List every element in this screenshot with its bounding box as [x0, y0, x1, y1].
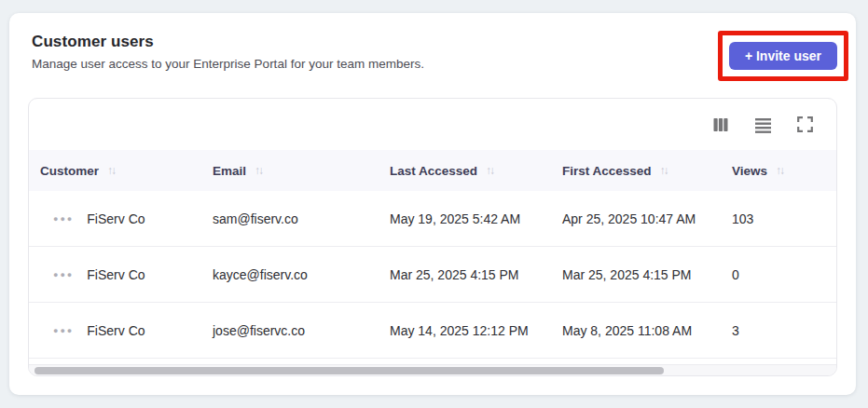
scrollbar-thumb[interactable]	[34, 367, 664, 374]
row-menu-icon[interactable]: ●●●	[53, 269, 74, 279]
page-title: Customer users	[32, 33, 834, 51]
fullscreen-icon[interactable]	[795, 116, 814, 134]
density-icon[interactable]	[753, 116, 772, 134]
cell-views: 3	[721, 323, 836, 338]
table-toolbar	[29, 99, 836, 150]
cell-last-accessed: Mar 25, 2025 4:15 PM	[379, 267, 551, 282]
table-row: ●●● FiServ Co kayce@fiserv.co Mar 25, 20…	[29, 247, 836, 303]
sort-icon[interactable]: ↑↓	[486, 164, 493, 177]
row-menu-icon[interactable]: ●●●	[53, 325, 74, 335]
cell-last-accessed: May 19, 2025 5:42 AM	[379, 211, 551, 226]
table-header-row: Customer ↑↓ Email ↑↓ Last Accessed ↑↓ Fi…	[29, 150, 836, 191]
users-table-card: Customer ↑↓ Email ↑↓ Last Accessed ↑↓ Fi…	[28, 98, 837, 376]
cell-first-accessed: May 8, 2025 11:08 AM	[551, 323, 721, 338]
cell-customer: ●●● FiServ Co	[29, 211, 201, 226]
cell-last-accessed: May 14, 2025 12:12 PM	[379, 323, 551, 338]
column-label: First Accessed	[562, 164, 652, 178]
table-row: ●●● FiServ Co jose@fiservc.co May 14, 20…	[29, 303, 836, 359]
cell-views: 103	[721, 211, 836, 226]
customer-name: FiServ Co	[87, 267, 145, 282]
column-label: Customer	[40, 164, 99, 178]
content-card: Customer users Manage user access to you…	[9, 13, 856, 395]
table-row: ●●● FiServ Co sam@fiserv.co May 19, 2025…	[29, 191, 836, 247]
column-header-first-accessed[interactable]: First Accessed ↑↓	[551, 164, 721, 178]
column-header-last-accessed[interactable]: Last Accessed ↑↓	[379, 164, 551, 178]
cell-first-accessed: Apr 25, 2025 10:47 AM	[551, 211, 721, 226]
horizontal-scrollbar[interactable]	[29, 364, 836, 375]
column-label: Email	[213, 164, 246, 178]
cell-views: 0	[721, 267, 836, 282]
cell-customer: ●●● FiServ Co	[29, 267, 201, 282]
customer-name: FiServ Co	[87, 211, 145, 226]
annotation-highlight: + Invite user	[718, 31, 848, 81]
sort-icon[interactable]: ↑↓	[776, 164, 783, 177]
cell-email: jose@fiservc.co	[201, 323, 379, 338]
sort-icon[interactable]: ↑↓	[107, 164, 115, 177]
cell-customer: ●●● FiServ Co	[29, 323, 201, 338]
row-menu-icon[interactable]: ●●●	[53, 213, 74, 224]
cell-email: kayce@fiserv.co	[201, 267, 379, 282]
columns-icon[interactable]	[711, 116, 730, 134]
column-header-customer[interactable]: Customer ↑↓	[29, 164, 201, 178]
page-subtitle: Manage user access to your Enterprise Po…	[32, 57, 834, 71]
sort-icon[interactable]: ↑↓	[255, 164, 262, 177]
cell-email: sam@fiserv.co	[201, 211, 379, 226]
cell-first-accessed: Mar 25, 2025 4:15 PM	[551, 267, 721, 282]
column-header-email[interactable]: Email ↑↓	[201, 164, 379, 178]
column-label: Views	[732, 164, 767, 178]
column-label: Last Accessed	[390, 164, 477, 178]
sort-icon[interactable]: ↑↓	[660, 164, 668, 177]
invite-user-button[interactable]: + Invite user	[729, 42, 837, 70]
column-header-views[interactable]: Views ↑↓	[721, 164, 836, 178]
customer-name: FiServ Co	[87, 323, 145, 338]
